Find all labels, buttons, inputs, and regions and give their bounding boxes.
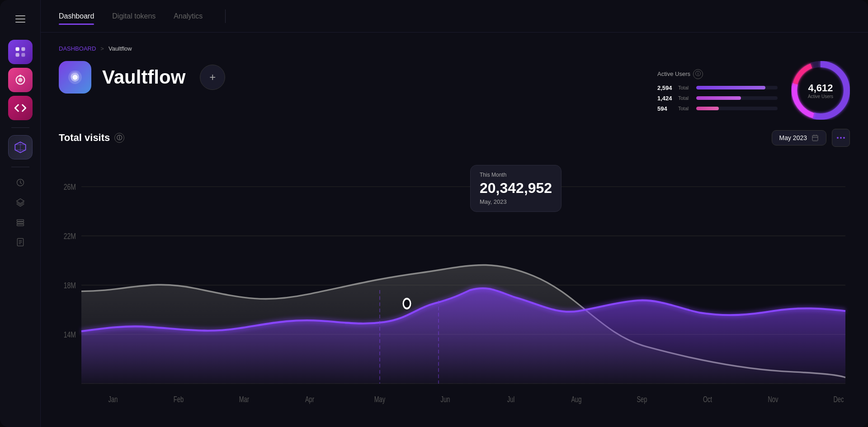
user-bar-bg-2 [696, 96, 778, 100]
svg-point-5 [18, 78, 22, 82]
user-row-3: 594 Total [657, 105, 778, 112]
sidebar-divider-2 [11, 167, 29, 167]
svg-text:22M: 22M [64, 231, 76, 241]
chart-wrapper: 26M 22M 18M 14M Jan Feb Mar Apr [59, 156, 850, 414]
sidebar-icon-rows[interactable] [12, 214, 28, 230]
user-count-1: 2,594 [657, 84, 674, 91]
main-area: Dashboard Digital tokens Analytics DASHB… [41, 0, 868, 427]
svg-text:Jun: Jun [441, 395, 450, 404]
content: DASHBOARD > Vaultflow Vaultflow + [41, 33, 868, 427]
app-logo [59, 61, 91, 94]
svg-text:Nov: Nov [768, 395, 778, 404]
controls-right: May 2023 [772, 129, 850, 147]
user-count-2: 1,424 [657, 95, 674, 102]
donut-value: 4,612 [808, 82, 833, 94]
donut-label: 4,612 Active Users [808, 82, 833, 99]
svg-text:14M: 14M [64, 330, 76, 340]
svg-point-36 [403, 299, 410, 309]
breadcrumb: DASHBOARD > Vaultflow [59, 45, 850, 52]
user-row-2: 1,424 Total [657, 95, 778, 102]
svg-text:Sep: Sep [637, 395, 647, 404]
add-button[interactable]: + [200, 65, 225, 90]
svg-point-16 [72, 75, 78, 80]
svg-text:Aug: Aug [571, 395, 581, 404]
user-label-1: Total [678, 85, 692, 90]
breadcrumb-link[interactable]: DASHBOARD [59, 45, 96, 52]
active-users-info-icon[interactable]: ⓘ [693, 69, 703, 79]
user-bar-bg-3 [696, 107, 778, 110]
svg-rect-10 [17, 222, 24, 223]
sidebar-icon-clock[interactable] [12, 174, 28, 191]
svg-rect-2 [15, 53, 19, 56]
total-visits-info-icon[interactable]: ⓘ [114, 133, 124, 143]
chart-svg: 26M 22M 18M 14M Jan Feb Mar Apr [59, 156, 850, 414]
app-header: Vaultflow + [59, 61, 225, 94]
svg-text:Oct: Oct [703, 395, 712, 404]
user-bar-fill-2 [696, 96, 741, 100]
svg-text:18M: 18M [64, 281, 76, 291]
sidebar-icon-doc[interactable] [12, 234, 28, 250]
nav-divider [225, 9, 226, 23]
breadcrumb-current: Vaultflow [108, 45, 132, 52]
sidebar-icon-chart[interactable] [8, 40, 33, 64]
date-picker[interactable]: May 2023 [772, 130, 826, 145]
sidebar-icon-cube[interactable] [8, 135, 33, 160]
svg-rect-21 [812, 136, 818, 141]
svg-rect-1 [21, 47, 25, 51]
svg-marker-8 [16, 199, 24, 204]
sidebar-divider-1 [11, 127, 29, 128]
top-nav: Dashboard Digital tokens Analytics [41, 0, 868, 33]
users-title: Active Users ⓘ [657, 69, 778, 79]
calendar-icon [811, 134, 819, 141]
svg-text:Jul: Jul [507, 395, 515, 404]
sidebar-icon-code[interactable] [8, 96, 33, 120]
svg-text:Feb: Feb [174, 395, 184, 404]
svg-text:Jan: Jan [108, 395, 118, 404]
user-label-2: Total [678, 95, 692, 101]
date-picker-label: May 2023 [779, 134, 807, 141]
svg-rect-11 [17, 224, 24, 225]
svg-rect-9 [17, 220, 24, 221]
user-label-3: Total [678, 106, 692, 111]
svg-text:Dec: Dec [833, 395, 844, 404]
sidebar-icon-layers[interactable] [12, 194, 28, 211]
users-stats: Active Users ⓘ 2,594 Total 1,424 Total [657, 69, 778, 112]
svg-rect-3 [21, 53, 25, 56]
total-visits-label: Total visits ⓘ [59, 132, 124, 144]
top-section: Vaultflow + Active Users ⓘ 2,594 Total [59, 61, 850, 120]
svg-text:26M: 26M [64, 182, 76, 192]
chart-controls: Total visits ⓘ May 2023 [59, 129, 850, 147]
svg-point-6 [19, 75, 21, 77]
tab-analytics[interactable]: Analytics [174, 9, 203, 24]
active-users-panel: Active Users ⓘ 2,594 Total 1,424 Total [657, 61, 850, 120]
user-count-3: 594 [657, 105, 674, 112]
more-options-button[interactable] [832, 129, 850, 147]
svg-text:Mar: Mar [239, 395, 249, 404]
user-row-1: 2,594 Total [657, 84, 778, 91]
user-bar-fill-1 [696, 86, 765, 89]
svg-text:Apr: Apr [305, 395, 314, 404]
user-bar-fill-3 [696, 107, 719, 110]
breadcrumb-separator: > [100, 45, 104, 52]
app-name: Vaultflow [102, 66, 185, 88]
menu-button[interactable] [10, 9, 30, 29]
user-bar-bg-1 [696, 86, 778, 89]
tab-dashboard[interactable]: Dashboard [59, 9, 94, 24]
tab-digital-tokens[interactable]: Digital tokens [112, 9, 156, 24]
svg-rect-0 [15, 47, 19, 51]
sidebar-icon-token[interactable] [8, 68, 33, 92]
donut-subtitle: Active Users [808, 94, 833, 99]
donut-chart: 4,612 Active Users [791, 61, 850, 120]
sidebar [0, 0, 41, 427]
svg-text:May: May [374, 395, 386, 404]
